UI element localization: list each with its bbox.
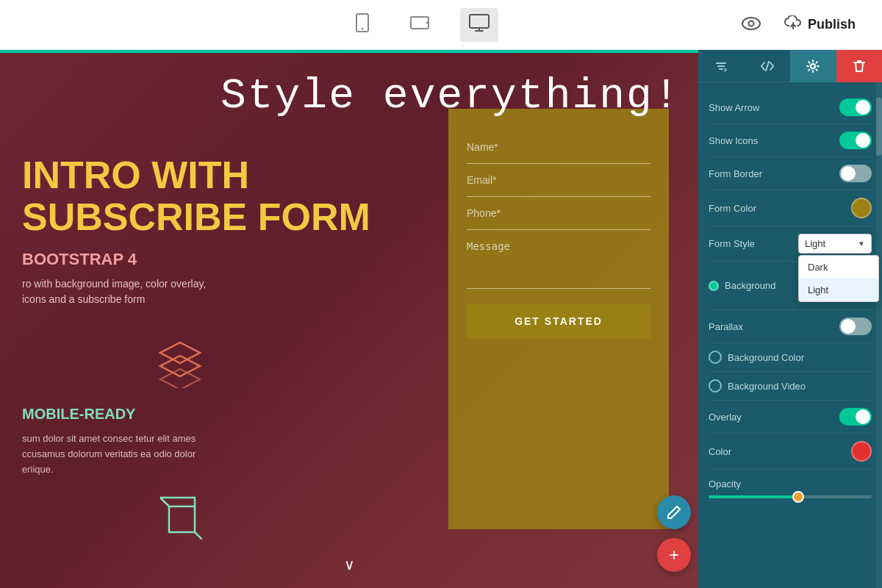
preview-icon[interactable] [742,15,761,35]
fab-add-button[interactable]: + [657,538,691,572]
opacity-row: Opacity [709,470,872,507]
right-panel: Show Arrow Show Icons Form Border [698,50,882,588]
sort-button[interactable] [698,50,745,82]
color-picker[interactable] [851,441,872,462]
parallax-row: Parallax [709,310,872,343]
settings-button[interactable] [790,50,836,82]
slider-thumb[interactable] [792,491,804,503]
svg-point-1 [362,27,364,29]
phone-input[interactable] [467,197,650,230]
fab-edit-button[interactable] [657,495,691,529]
background-label-group: Background [709,280,775,291]
show-arrow-label: Show Arrow [709,102,759,113]
svg-rect-4 [470,15,489,28]
scroll-down-arrow[interactable]: ∨ [344,556,355,573]
svg-marker-8 [160,356,200,376]
toggle-thumb [841,319,856,334]
email-input[interactable] [467,164,650,197]
cloud-upload-icon [784,15,802,34]
get-started-button[interactable]: GET STARTED [467,304,650,339]
svg-rect-10 [169,506,195,532]
delete-button[interactable] [836,50,883,82]
canvas-accent-line [0,50,698,53]
form-color-row: Form Color [709,190,872,226]
scrollbar-thumb[interactable] [876,97,882,156]
headline: INTRO WITH SUBSCRIBE FORM [22,154,404,238]
tablet-device-btn[interactable] [401,9,438,41]
show-arrow-toggle[interactable] [839,98,872,116]
toggle-thumb [856,133,870,148]
toggle-thumb [841,166,856,181]
color-row: Color [709,434,872,470]
parallax-toggle[interactable] [839,318,872,335]
svg-point-6 [748,21,753,26]
form-color-label: Form Color [709,203,756,214]
slider-fill [709,495,798,498]
mobile-desc: sum dolor sit amet consec tetur elit ame… [22,431,243,477]
publish-label: Publish [808,17,856,32]
form-border-label: Form Border [709,168,762,179]
publish-button[interactable]: Publish [772,10,867,40]
toggle-thumb [856,409,870,424]
name-input[interactable] [467,131,650,164]
desktop-device-btn[interactable] [460,8,498,42]
overlay-toggle[interactable] [839,408,872,426]
plus-icon: + [669,545,679,565]
canvas-content: INTRO WITH SUBSCRIBE FORM BOOTSTRAP 4 ro… [0,50,698,588]
mobile-ready-label: MOBILE-READY [22,406,404,423]
form-border-row: Form Border [709,157,872,190]
top-bar-right: Publish [742,10,867,40]
background-label: Background [725,280,775,291]
bg-video-label: Background Video [728,381,872,392]
canvas-left: INTRO WITH SUBSCRIBE FORM BOOTSTRAP 4 ro… [0,50,419,588]
svg-marker-9 [160,369,200,388]
form-color-picker[interactable] [851,198,872,218]
style-everything-heading: Style everything! [220,72,681,120]
dropdown-arrow-icon: ▼ [858,240,865,248]
show-arrow-row: Show Arrow [709,91,872,124]
form-style-row: Form Style Light ▼ Dark Light [709,226,872,262]
device-switcher [345,7,498,43]
subheadline: BOOTSTRAP 4 [22,250,404,269]
panel-toolbar [698,50,882,82]
parallax-label: Parallax [709,321,743,332]
show-icons-row: Show Icons [709,124,872,157]
toggle-thumb [856,100,870,115]
panel-content: Show Arrow Show Icons Form Border [698,82,882,588]
code-button[interactable] [745,50,791,82]
message-input[interactable] [467,230,650,289]
show-icons-toggle[interactable] [839,132,872,149]
svg-point-3 [426,21,429,24]
color-label: Color [709,446,731,457]
bg-color-row: Background Color [709,343,872,372]
top-bar: Publish [0,0,882,50]
scrollbar-track [876,82,882,588]
option-dark[interactable]: Dark [799,256,878,279]
opacity-slider[interactable] [709,495,872,498]
form-border-toggle[interactable] [839,165,872,182]
svg-point-5 [742,18,760,29]
bg-video-radio[interactable] [709,379,722,392]
overlay-label: Overlay [709,412,742,423]
bg-video-row: Background Video [709,372,872,401]
bg-color-label: Background Color [728,352,872,363]
bg-color-radio[interactable] [709,351,722,364]
show-icons-label: Show Icons [709,135,758,146]
description: ro with background image, color overlay,… [22,276,257,307]
svg-rect-2 [411,17,429,29]
svg-point-11 [811,64,815,68]
box-icon [154,492,404,542]
form-style-menu: Dark Light [798,255,879,302]
main-area: Style everything! INTRO WITH SUBSCRIBE F… [0,50,882,588]
form-style-value: Light [805,238,858,249]
overlay-row: Overlay [709,401,872,434]
stack-icon [154,337,404,391]
option-light[interactable]: Light [799,279,878,301]
svg-marker-7 [160,343,200,363]
opacity-label: Opacity [709,478,872,490]
form-style-dropdown[interactable]: Light ▼ [798,234,872,254]
form-style-dropdown-wrapper: Light ▼ Dark Light [798,234,872,254]
subscribe-form: GET STARTED [448,109,669,529]
mobile-device-btn[interactable] [345,7,379,43]
background-active-dot [709,281,719,291]
